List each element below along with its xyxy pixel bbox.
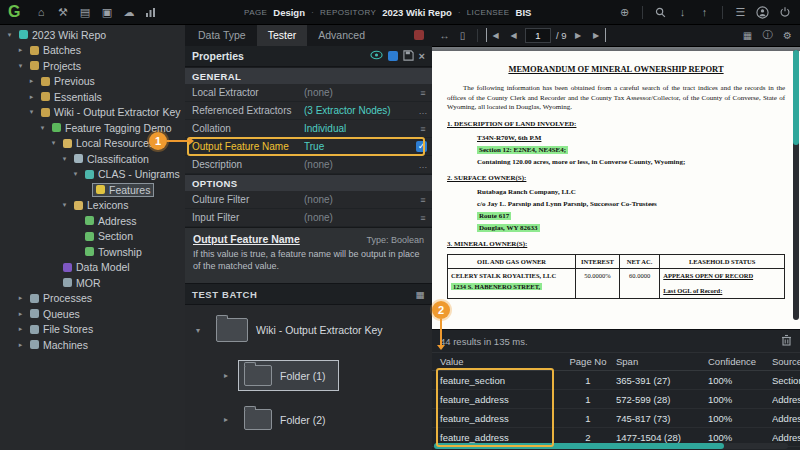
next-page-icon[interactable]: ▶	[572, 28, 585, 42]
highlighted-address-text[interactable]: Douglas, WY 82633	[477, 224, 540, 232]
info-icon[interactable]: ⓘ	[761, 28, 774, 42]
highlighted-address-text[interactable]: Route 617	[477, 212, 511, 220]
property-value[interactable]: (3 Extractor Nodes)	[304, 105, 414, 116]
package-icon[interactable]: ▣	[99, 5, 114, 20]
alert-icon[interactable]	[414, 30, 424, 40]
page-value[interactable]: Design	[273, 7, 305, 18]
page-number-input[interactable]: 1	[525, 28, 551, 43]
last-page-icon[interactable]: ▶	[590, 28, 606, 42]
expander-icon[interactable]: ▾	[26, 108, 37, 116]
row-menu-icon[interactable]: ≡	[414, 213, 432, 223]
scrollbar-thumb[interactable]	[434, 443, 724, 449]
tree-item-classification[interactable]: ▾Classification	[0, 151, 185, 167]
tree-item-repo-root[interactable]: ▾2023 Wiki Repo	[0, 27, 185, 43]
result-row[interactable]: feature_address 1 745-817 (73) 100% Addr…	[432, 409, 800, 428]
tree-item-essentials[interactable]: ▸Essentials	[0, 89, 185, 105]
column-header-page[interactable]: Page No	[560, 356, 616, 367]
previous-page-icon[interactable]: ◀	[507, 28, 520, 42]
property-value[interactable]: True	[304, 141, 416, 152]
expander-icon[interactable]: ▸	[26, 77, 37, 85]
thumbnails-icon[interactable]: ▦	[741, 28, 754, 42]
expander-icon[interactable]: ▾	[15, 62, 26, 70]
cloud-icon[interactable]: ☁	[121, 5, 136, 20]
dock-icon[interactable]	[388, 51, 398, 61]
batch-folder-1[interactable]: ▸ Folder (1)	[221, 360, 432, 391]
search-icon[interactable]	[653, 5, 668, 20]
tree-item-wiki-output-extractor-key[interactable]: ▾Wiki - Output Extractor Key	[0, 105, 185, 121]
tree-item-previous[interactable]: ▸Previous	[0, 74, 185, 90]
download-icon[interactable]: ↓	[675, 5, 690, 20]
close-icon[interactable]: ×	[419, 50, 425, 62]
tree-item-township[interactable]: Township	[0, 244, 185, 260]
batch-grid-icon[interactable]: ▦	[415, 289, 425, 300]
visibility-icon[interactable]	[370, 50, 383, 62]
tree-item-file-stores[interactable]: ▸File Stores	[0, 322, 185, 338]
property-row-input-filter[interactable]: Input Filter (none) ≡	[185, 209, 432, 227]
property-row-description[interactable]: Description (none) …	[185, 156, 432, 174]
row-menu-icon[interactable]: ≡	[414, 195, 432, 205]
chart-icon[interactable]	[143, 5, 158, 20]
tree-item-section[interactable]: Section	[0, 229, 185, 245]
result-row[interactable]: feature_section 1 365-391 (27) 100% Sect…	[432, 371, 800, 390]
tab-advanced[interactable]: Advanced	[307, 25, 376, 46]
expander-icon[interactable]: ▾	[59, 155, 70, 163]
user-icon[interactable]	[755, 5, 770, 20]
home-icon[interactable]: ⌂	[33, 5, 48, 20]
property-value[interactable]: (none)	[304, 194, 414, 205]
expander-icon[interactable]: ▾	[48, 139, 59, 147]
tree-item-mor[interactable]: MOR	[0, 275, 185, 291]
expander-icon[interactable]: ▾	[4, 31, 15, 39]
property-row-output-feature-name[interactable]: Output Feature Name True ✓	[185, 138, 432, 156]
property-value[interactable]: Individual	[304, 123, 414, 134]
expander-icon[interactable]: ▸	[15, 310, 26, 318]
tree-item-lexicons[interactable]: ▾Lexicons	[0, 198, 185, 214]
layers-icon[interactable]: ☰	[733, 5, 748, 20]
save-icon[interactable]	[403, 50, 414, 63]
property-row-culture-filter[interactable]: Culture Filter (none) ≡	[185, 191, 432, 209]
property-row-collation[interactable]: Collation Individual ≡	[185, 120, 432, 138]
expander-icon[interactable]: ▾	[193, 326, 203, 335]
licensee-value[interactable]: BIS	[516, 7, 532, 18]
property-value[interactable]: (none)	[304, 87, 414, 98]
result-row[interactable]: feature_address 1 572-599 (28) 100% Addr…	[432, 390, 800, 409]
tree-item-batches[interactable]: ▸Batches	[0, 43, 185, 59]
ellipsis-icon[interactable]: …	[414, 106, 432, 116]
property-row-local-extractor[interactable]: Local Extractor (none) ≡	[185, 84, 432, 102]
property-value[interactable]: (none)	[304, 212, 414, 223]
property-value[interactable]: (none)	[304, 159, 414, 170]
expander-icon[interactable]: ▾	[59, 201, 70, 209]
expander-icon[interactable]: ▸	[26, 93, 37, 101]
expander-icon[interactable]: ▸	[15, 341, 26, 349]
tab-tester[interactable]: Tester	[257, 25, 308, 46]
scrollbar-thumb[interactable]	[793, 50, 799, 145]
batch-root-folder[interactable]: ▾ Wiki - Output Extractor Key	[193, 313, 432, 347]
power-icon[interactable]	[777, 5, 792, 20]
archive-icon[interactable]: ▤	[77, 5, 92, 20]
trash-icon[interactable]	[781, 334, 792, 348]
first-page-icon[interactable]: ◀	[486, 28, 502, 42]
expander-icon[interactable]: ▸	[15, 325, 26, 333]
single-page-icon[interactable]: ▯	[456, 28, 469, 42]
row-menu-icon[interactable]: ≡	[414, 124, 432, 134]
checkbox-checked[interactable]: ✓	[416, 141, 427, 152]
property-row-referenced-extractors[interactable]: Referenced Extractors (3 Extractor Nodes…	[185, 102, 432, 120]
batch-folder-2[interactable]: ▸ Folder (2)	[221, 404, 432, 435]
settings-icon[interactable]: ⚙	[781, 28, 794, 42]
tree-item-processes[interactable]: ▸Processes	[0, 291, 185, 307]
highlighted-address-text[interactable]: 1234 S. HABENERO STREET,	[451, 283, 542, 290]
vertical-scrollbar[interactable]	[793, 50, 799, 320]
fit-width-icon[interactable]: ↔	[438, 28, 451, 42]
column-header-source[interactable]: Source	[772, 356, 800, 367]
tree-item-features[interactable]: Features	[0, 182, 185, 198]
repository-value[interactable]: 2023 Wiki Repo	[382, 7, 452, 18]
ellipsis-icon[interactable]: …	[414, 160, 432, 170]
tree-item-clas-unigrams[interactable]: ▾CLAS - Unigrams	[0, 167, 185, 183]
tree-item-address[interactable]: Address	[0, 213, 185, 229]
expander-icon[interactable]: ▾	[37, 124, 48, 132]
row-menu-icon[interactable]: ≡	[414, 88, 432, 98]
tools-icon[interactable]: ⚒	[55, 5, 70, 20]
column-header-value[interactable]: Value	[432, 356, 560, 367]
app-logo[interactable]: G	[8, 3, 20, 21]
tree-item-queues[interactable]: ▸Queues	[0, 306, 185, 322]
expander-icon[interactable]: ▾	[70, 170, 81, 178]
